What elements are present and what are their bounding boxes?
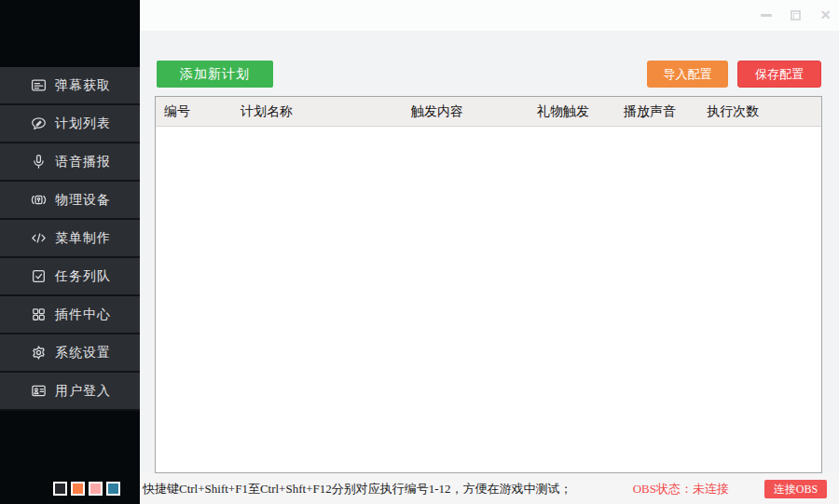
save-config-button[interactable]: 保存配置: [737, 61, 821, 88]
obs-status: OBS状态：未连接: [633, 473, 729, 504]
sidebar-item-label: 菜单制作: [55, 230, 111, 247]
add-new-plan-button[interactable]: 添加新计划: [157, 61, 273, 88]
theme-swatch-orange[interactable]: [71, 482, 85, 496]
sidebar-item-plan-list[interactable]: 计划列表: [0, 105, 140, 143]
column-header-gift: 礼物触发: [537, 97, 589, 127]
danmaku-icon: [31, 77, 47, 93]
connect-obs-button[interactable]: 连接OBS: [764, 480, 827, 498]
obs-status-value: 未连接: [693, 482, 729, 496]
sidebar-item-label: 物理设备: [55, 192, 111, 209]
close-button[interactable]: ✕: [819, 9, 832, 21]
physical-device-icon: [31, 192, 47, 208]
sidebar-item-label: 弹幕获取: [55, 77, 111, 94]
maximize-button[interactable]: [790, 9, 802, 21]
plan-list-icon: [31, 116, 47, 131]
sidebar-item-task-queue[interactable]: 任务列队: [0, 258, 140, 296]
close-icon: ✕: [820, 9, 832, 21]
window-controls: ✕: [760, 0, 832, 31]
sidebar-item-plugin-center[interactable]: 插件中心: [0, 296, 140, 334]
plan-table-body[interactable]: [156, 128, 821, 472]
theme-swatch-dark[interactable]: [53, 482, 67, 496]
sidebar-item-label: 计划列表: [55, 116, 111, 132]
sidebar-item-danmaku[interactable]: 弹幕获取: [0, 67, 140, 105]
sidebar-item-label: 插件中心: [55, 306, 111, 323]
sidebar-item-label: 用户登入: [55, 383, 111, 400]
statusbar: 快捷键Ctrl+Shift+F1至Ctrl+Shft+F12分别对应执行编号1-…: [140, 473, 839, 504]
column-header-name: 计划名称: [241, 97, 293, 127]
sidebar-item-device[interactable]: 物理设备: [0, 182, 140, 220]
column-header-number: 编号: [164, 97, 190, 127]
sidebar-item-label: 语音播报: [55, 154, 111, 170]
sidebar-item-user-login[interactable]: 用户登入: [0, 373, 140, 411]
column-header-count: 执行次数: [707, 97, 759, 127]
minimize-icon: [761, 14, 772, 17]
menu-maker-icon: [31, 230, 47, 246]
system-settings-icon: [31, 345, 47, 361]
column-header-sound: 播放声音: [624, 97, 676, 127]
voice-broadcast-icon: [31, 154, 47, 170]
sidebar-item-menu-maker[interactable]: 菜单制作: [0, 220, 140, 258]
hotkey-tip: 快捷键Ctrl+Shift+F1至Ctrl+Shft+F12分别对应执行编号1-…: [143, 473, 572, 504]
theme-swatch-pink[interactable]: [89, 482, 103, 496]
plugin-center-icon: [31, 306, 47, 322]
sidebar-item-settings[interactable]: 系统设置: [0, 334, 140, 373]
plan-table-header: 编号 计划名称 触发内容 礼物触发 播放声音 执行次数: [156, 97, 821, 127]
logo-area: [0, 0, 140, 67]
user-login-icon: [31, 383, 47, 399]
sidebar-item-voice[interactable]: 语音播报: [0, 143, 140, 182]
theme-swatches: [53, 482, 120, 496]
task-queue-icon: [31, 268, 47, 284]
app-window: ✕ 弹幕获取 计划列表 语音播报 物: [0, 0, 839, 504]
sidebar-item-label: 任务列队: [55, 268, 111, 285]
column-header-trigger: 触发内容: [411, 97, 463, 127]
plan-table: 编号 计划名称 触发内容 礼物触发 播放声音 执行次数: [155, 96, 822, 473]
sidebar-item-label: 系统设置: [55, 345, 111, 361]
maximize-icon: [791, 10, 801, 20]
minimize-button[interactable]: [760, 9, 772, 21]
titlebar: ✕: [140, 0, 839, 31]
obs-status-label: OBS状态：: [633, 482, 693, 496]
theme-swatch-blue[interactable]: [106, 482, 120, 496]
sidebar: 弹幕获取 计划列表 语音播报 物理设备 菜单制作: [0, 0, 140, 504]
import-config-button[interactable]: 导入配置: [647, 61, 728, 88]
